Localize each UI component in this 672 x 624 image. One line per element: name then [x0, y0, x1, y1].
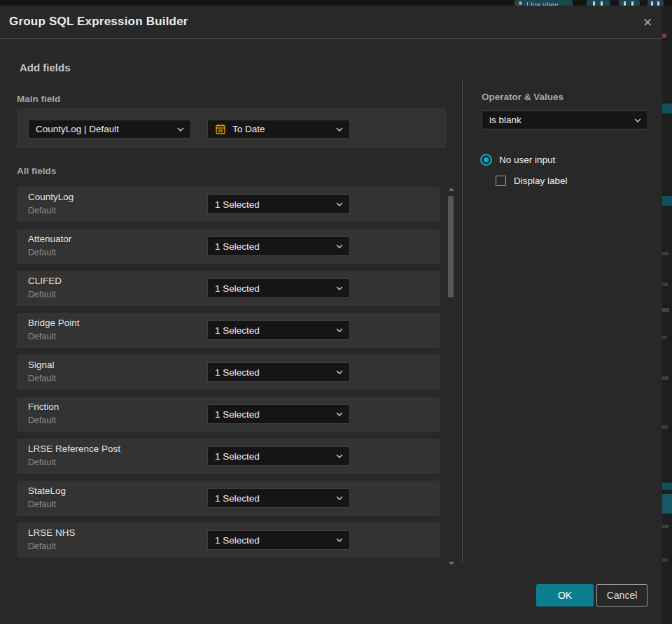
field-name: LRSE NHS [28, 527, 76, 538]
main-field-panel: CountyLog | Default To Date [17, 108, 447, 148]
chevron-down-icon [177, 127, 184, 132]
calendar-icon [215, 123, 226, 135]
field-subtitle: Default [28, 332, 56, 341]
selected-dropdown-label: 1 Selected [215, 535, 260, 546]
live-view-button[interactable]: Live view [514, 0, 573, 6]
scrollbar-thumb[interactable] [448, 196, 454, 297]
all-fields-list: CountyLog Default 1 Selected Attenuator … [17, 187, 440, 565]
field-type-dropdown-value: To Date [232, 124, 265, 134]
field-selected-dropdown[interactable]: 1 Selected [207, 530, 350, 550]
selected-dropdown-label: 1 Selected [215, 409, 260, 420]
field-selected-dropdown[interactable]: 1 Selected [207, 404, 350, 424]
field-selected-dropdown[interactable]: 1 Selected [207, 446, 350, 466]
selected-dropdown-label: 1 Selected [215, 451, 260, 462]
field-row[interactable]: StateLog Default 1 Selected [17, 481, 440, 516]
selected-dropdown-label: 1 Selected [215, 199, 260, 210]
no-user-input-label: No user input [499, 155, 555, 165]
selected-dropdown-label: 1 Selected [215, 241, 260, 252]
field-selected-dropdown[interactable]: 1 Selected [207, 236, 350, 256]
field-name: Bridge Point [28, 318, 80, 328]
field-selected-dropdown[interactable]: 1 Selected [207, 362, 350, 382]
chevron-down-icon [336, 244, 343, 248]
no-user-input-radio[interactable]: No user input [480, 154, 555, 166]
field-selected-dropdown[interactable]: 1 Selected [207, 488, 350, 508]
chevron-down-icon [336, 412, 343, 416]
field-subtitle: Default [28, 416, 56, 425]
dialog-title-bar: Group SQL Expression Builder ✕ [0, 6, 662, 39]
field-subtitle: Default [28, 374, 56, 383]
field-subtitle: Default [28, 206, 56, 215]
all-fields-label: All fields [17, 166, 56, 176]
field-name: LRSE Reference Post [28, 444, 120, 454]
scroll-down-arrow-icon[interactable] [449, 562, 454, 565]
field-type-dropdown[interactable]: To Date [207, 120, 350, 139]
group-sql-expression-builder-dialog: Group SQL Expression Builder ✕ Add field… [0, 6, 662, 624]
live-view-label: Live view [526, 1, 558, 6]
operator-dropdown[interactable]: is blank [482, 111, 648, 129]
panel-divider [462, 80, 463, 563]
title-separator [0, 38, 662, 39]
field-selected-dropdown[interactable]: 1 Selected [207, 194, 350, 214]
field-row[interactable]: CLIFED Default 1 Selected [17, 271, 440, 306]
field-subtitle: Default [28, 458, 56, 467]
field-row[interactable]: CountyLog Default 1 Selected [17, 187, 440, 222]
cancel-button[interactable]: Cancel [596, 584, 648, 607]
chevron-down-icon [336, 496, 343, 500]
scroll-up-arrow-icon[interactable] [449, 187, 454, 191]
field-subtitle: Default [28, 248, 56, 257]
background-toolbar: Live view [0, 0, 672, 6]
field-row[interactable]: Attenuator Default 1 Selected [17, 229, 440, 264]
selected-dropdown-label: 1 Selected [215, 325, 260, 336]
live-view-dot-icon [519, 1, 522, 5]
main-field-label: Main field [17, 94, 60, 104]
field-subtitle: Default [28, 290, 56, 299]
field-row[interactable]: Signal Default 1 Selected [17, 355, 440, 390]
field-row[interactable]: Bridge Point Default 1 Selected [17, 313, 440, 348]
dialog-title: Group SQL Expression Builder [9, 15, 188, 29]
field-row[interactable]: LRSE NHS Default 1 Selected [17, 523, 440, 558]
fields-list-scrollbar[interactable] [447, 184, 454, 565]
chevron-down-icon [336, 328, 343, 332]
field-selected-dropdown[interactable]: 1 Selected [207, 278, 350, 298]
radio-selected-icon [480, 154, 492, 166]
selected-dropdown-label: 1 Selected [215, 283, 260, 294]
display-label-checkbox[interactable]: Display label [496, 176, 568, 186]
main-field-dropdown-value: CountyLog | Default [36, 124, 119, 134]
selected-dropdown-label: 1 Selected [215, 367, 260, 378]
chevron-down-icon [336, 538, 343, 542]
chevron-down-icon [336, 454, 343, 458]
field-selected-dropdown[interactable]: 1 Selected [207, 320, 350, 340]
field-name: CountyLog [28, 192, 74, 202]
field-name: Signal [28, 360, 55, 370]
operator-dropdown-value: is blank [489, 115, 522, 125]
chevron-down-icon [336, 286, 343, 290]
field-name: StateLog [28, 485, 66, 496]
chevron-down-icon [336, 202, 343, 206]
chevron-down-icon [336, 370, 343, 374]
background-toolbar-button[interactable] [587, 0, 610, 6]
field-subtitle: Default [28, 541, 56, 551]
chevron-down-icon [336, 127, 343, 132]
background-page-sliver [662, 6, 672, 624]
field-name: Friction [28, 402, 59, 412]
field-name: CLIFED [28, 276, 62, 286]
main-field-dropdown[interactable]: CountyLog | Default [28, 120, 191, 139]
field-name: Attenuator [28, 234, 71, 244]
background-toolbar-button[interactable] [648, 0, 664, 6]
close-icon[interactable]: ✕ [638, 13, 657, 31]
field-row[interactable]: Friction Default 1 Selected [17, 397, 440, 432]
background-toolbar-button[interactable] [619, 0, 640, 6]
field-row[interactable]: LRSE Reference Post Default 1 Selected [17, 439, 440, 474]
display-label-label: Display label [514, 176, 568, 186]
section-title: Add fields [20, 62, 71, 73]
operator-values-label: Operator & Values [482, 92, 564, 102]
ok-button[interactable]: OK [536, 584, 594, 607]
checkbox-unchecked-icon [496, 176, 506, 186]
selected-dropdown-label: 1 Selected [215, 493, 260, 504]
field-subtitle: Default [28, 499, 56, 509]
chevron-down-icon [634, 118, 641, 122]
